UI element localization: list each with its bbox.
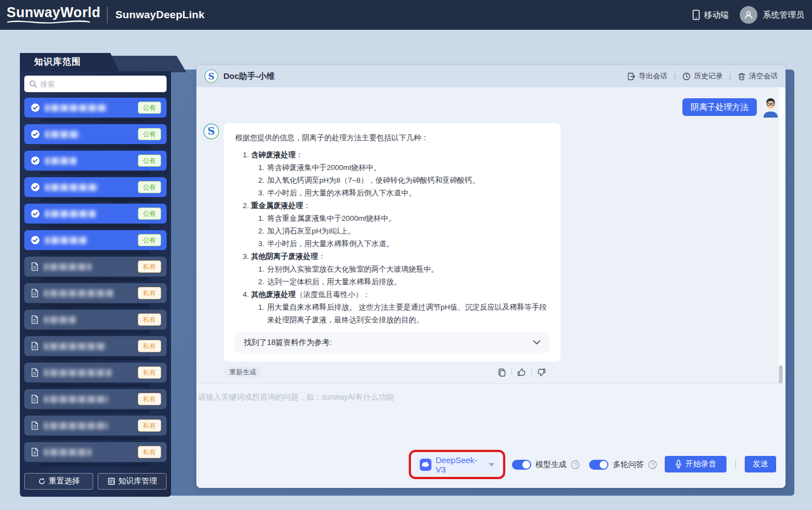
kb-item-label-redacted — [45, 210, 96, 217]
export-icon — [627, 72, 635, 81]
brand-logo: SunwayWorld — [7, 6, 100, 25]
reset-selection-button[interactable]: 重置选择 — [24, 473, 93, 490]
kb-item-label-redacted — [44, 422, 108, 429]
toggle-switch[interactable] — [589, 460, 608, 470]
kb-item[interactable]: 私有 — [24, 336, 167, 356]
kb-item-label-redacted — [44, 343, 106, 350]
kb-item-label-redacted — [44, 449, 92, 456]
kb-item[interactable]: 公有 — [24, 151, 167, 171]
kb-manage-button[interactable]: 知识库管理 — [98, 473, 167, 490]
chat-action-history[interactable]: 历史记录 — [682, 71, 723, 81]
answer-section: 1. 含砷废液处理：1.将含砷废液集中于2000ml烧杯中。2.加入氧化钙调至p… — [235, 148, 549, 199]
deepseek-whale-icon — [420, 459, 431, 471]
kb-item-label-redacted — [44, 316, 76, 323]
chat-title: Doc助手-小维 — [223, 71, 275, 82]
chat-action-trash[interactable]: 清空会话 — [738, 71, 778, 81]
user-avatar[interactable] — [740, 6, 757, 24]
search-icon — [29, 80, 37, 88]
brand-logo-text: SunwayWorld — [7, 6, 100, 19]
toggle-knob — [600, 461, 607, 469]
answer-step: 1.用大量自来水稀释后排放。 这些方法主要是通过调节pH值、沉淀反应以及稀释等手… — [243, 301, 549, 326]
check-icon — [31, 130, 40, 139]
answer-step: 1.将含砷废液集中于2000ml烧杯中。 — [243, 161, 549, 174]
bottom-controls: DeepSeek-V3 模型生成? 多轮问答? 开始录音 发送 — [196, 450, 786, 484]
chat-scrollbar-track[interactable] — [779, 87, 784, 383]
kb-item-label-redacted — [45, 131, 79, 138]
access-badge: 私有 — [138, 287, 161, 299]
access-badge: 私有 — [138, 419, 161, 432]
send-button[interactable]: 发送 — [745, 456, 776, 472]
question-icon[interactable]: ? — [571, 460, 580, 469]
chat-panel: S Doc助手-小维 导出会话|历史记录|清空会话 阴离子处理方法 — [196, 65, 786, 488]
access-badge: 公有 — [138, 102, 161, 114]
kb-search-input[interactable] — [40, 80, 162, 88]
kb-item[interactable]: 私有 — [24, 363, 167, 382]
chat-action-export[interactable]: 导出会话 — [627, 71, 667, 81]
answer-step: 1.将含重金属废液集中于2000ml烧杯中。 — [243, 212, 549, 225]
kb-item-label-redacted — [44, 263, 92, 270]
chat-action-label: 导出会话 — [639, 71, 667, 81]
icon-separator — [531, 369, 532, 376]
knowledge-base-sidebar: 公有公有公有公有公有公有私有私有私有私有私有私有私有私有 重置选择 知识库管理 — [20, 71, 171, 497]
answer-section-title: 3. 其他阴离子废液处理： — [243, 250, 549, 263]
kb-item[interactable]: 公有 — [24, 204, 167, 224]
messages-area[interactable]: 阴离子处理方法 S — [196, 87, 786, 383]
chat-scrollbar-thumb[interactable] — [779, 365, 783, 384]
icon-separator — [511, 369, 512, 376]
answer-step: 3.半小时后，用大量的水稀释后倒入下水道中。 — [243, 187, 549, 199]
kb-item[interactable]: 私有 — [24, 310, 167, 330]
product-name: SunwayDeepLink — [115, 9, 205, 21]
kb-item[interactable]: 私有 — [24, 416, 167, 435]
start-record-label: 开始录音 — [686, 459, 717, 469]
model-select-dropdown[interactable]: DeepSeek-V3 — [414, 455, 500, 474]
answer-step: 1.分别倒入实验室放在大化验室的两个大玻璃烧瓶中。 — [243, 263, 549, 275]
user-message-bubble: 阴离子处理方法 — [682, 98, 757, 116]
check-icon — [31, 236, 40, 245]
kb-item-label-redacted — [45, 104, 107, 111]
doc-icon — [31, 421, 39, 430]
history-icon — [682, 72, 691, 81]
answer-step: 2.加入氧化钙调至pH为8（7~8），使砷转化为砷酸钙和亚砷酸钙。 — [243, 174, 549, 187]
dropdown-caret-icon — [489, 463, 494, 466]
mobile-phone-icon — [692, 9, 700, 20]
logo-wave-icon — [7, 20, 90, 25]
kb-item[interactable]: 公有 — [24, 124, 167, 144]
assistant-logo: S — [204, 69, 218, 83]
chat-input[interactable] — [196, 388, 786, 421]
message-actions-row: 重新生成 — [203, 366, 779, 378]
answer-step: 2.加入消石灰至pH为8以上。 — [243, 225, 549, 237]
toggle-switch[interactable] — [512, 460, 531, 470]
kb-item[interactable]: 私有 — [24, 442, 167, 462]
question-icon[interactable]: ? — [648, 460, 657, 469]
nav-right: 移动端 系统管理员 — [692, 6, 804, 24]
action-separator: | — [674, 72, 676, 80]
mobile-entry[interactable]: 移动端 — [692, 9, 729, 20]
kb-item[interactable]: 私有 — [24, 389, 167, 409]
bot-message-bubble: 根据您提供的信息，阴离子的处理方法主要包括以下几种： 1. 含砷废液处理：1.将… — [224, 123, 560, 362]
reference-toggle[interactable]: 找到了18篇资料作为参考: — [235, 332, 549, 353]
user-message-row: 阴离子处理方法 — [203, 97, 779, 118]
kb-item[interactable]: 公有 — [24, 98, 167, 118]
start-record-button[interactable]: 开始录音 — [665, 456, 726, 472]
copy-icon[interactable] — [498, 368, 506, 377]
doc-icon — [31, 368, 39, 377]
svg-text:S: S — [207, 125, 215, 137]
bot-avatar-icon: S — [203, 123, 220, 140]
reset-selection-label: 重置选择 — [49, 476, 80, 486]
trash-icon — [738, 72, 746, 81]
thumbs-down-icon[interactable] — [537, 368, 546, 377]
reference-label: 找到了18篇资料作为参考: — [244, 336, 332, 349]
reset-icon — [38, 477, 46, 485]
answer-section: 3. 其他阴离子废液处理：1.分别倒入实验室放在大化验室的两个大玻璃烧瓶中。2.… — [235, 250, 549, 288]
kb-item[interactable]: 公有 — [24, 177, 167, 197]
kb-item[interactable]: 公有 — [24, 230, 167, 250]
toggle-knob — [522, 461, 530, 469]
thumbs-up-icon[interactable] — [517, 368, 526, 377]
regenerate-button[interactable]: 重新生成 — [224, 366, 261, 378]
kb-list: 公有公有公有公有公有公有私有私有私有私有私有私有私有私有 — [24, 98, 167, 469]
kb-item[interactable]: 私有 — [24, 283, 167, 303]
access-badge: 私有 — [138, 366, 161, 379]
kb-item[interactable]: 私有 — [24, 257, 167, 277]
check-icon — [31, 156, 40, 165]
answer-section: 4. 其他废液处理（浓度低且毒性小）：1.用大量自来水稀释后排放。 这些方法主要… — [235, 288, 549, 326]
